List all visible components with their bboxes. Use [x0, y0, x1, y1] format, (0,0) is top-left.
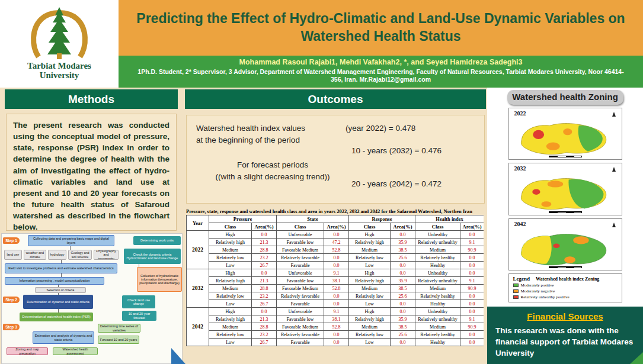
- outcomes-intro-line2: at the beginning of the period: [196, 136, 300, 144]
- table-header-row: Year Pressure State Response Health inde…: [187, 215, 484, 223]
- health-index-2042: 20 - years (2042) = 0.472: [351, 179, 442, 188]
- poster-header: Tarbiat Modares University Predicting th…: [0, 0, 643, 88]
- area-cell: 38.5: [391, 285, 415, 292]
- class-cell: Healthy: [415, 300, 460, 308]
- class-cell: Unhealthy: [415, 231, 460, 239]
- area-cell: 0.0: [460, 331, 484, 339]
- university-logo: Tarbiat Modares University: [0, 0, 119, 88]
- class-cell: Medium: [415, 323, 460, 331]
- area-cell: 0.0: [460, 231, 484, 239]
- area-cell: 21.3: [252, 277, 277, 285]
- area-cell: 9.1: [460, 239, 484, 246]
- class-cell: High: [209, 269, 252, 277]
- scale-bar: [549, 266, 582, 268]
- table-row: Medium28.8Favorable Medium52.8Medium38.5…: [187, 323, 484, 331]
- area-cell: 0.0: [324, 292, 349, 300]
- outcomes-forecast: For forecast periods ((with a slight dec…: [204, 159, 341, 183]
- area-cell: 0.0: [324, 339, 349, 346]
- legend-title: Legend: [513, 276, 530, 282]
- flowchart-box: Field visit to investigate problems and …: [5, 263, 117, 273]
- affiliation-line: 1Ph.D. Student, 2* Supervisor, 3 Advisor…: [135, 68, 627, 84]
- class-cell: Favorable low: [277, 277, 324, 285]
- zoning-column: Watershed health Zoning 2022 2032: [487, 88, 643, 364]
- area-subheader: Area(%): [460, 223, 484, 231]
- class-cell: Low: [209, 262, 252, 269]
- north-arrow-icon: [612, 112, 616, 117]
- class-cell: Relatively low: [349, 292, 391, 300]
- class-cell: Favorable Medium: [277, 285, 324, 292]
- class-cell: Low: [209, 339, 252, 346]
- results-table: Year Pressure State Response Health inde…: [186, 215, 484, 346]
- flowchart-box: Geology and soil science: [68, 250, 92, 260]
- area-cell: 28.8: [252, 323, 277, 331]
- area-cell: 0.0: [391, 308, 415, 315]
- methods-column: Methods The present research was conduct…: [0, 88, 183, 364]
- outcomes-panel: Watershed health index values at the beg…: [186, 115, 485, 204]
- scale-bar: [549, 211, 582, 213]
- class-cell: Healthy: [415, 262, 460, 269]
- class-subheader: Class: [277, 223, 324, 231]
- year-cell: 2022: [187, 231, 209, 269]
- methods-header: Methods: [5, 89, 178, 109]
- area-cell: 0.0: [324, 254, 349, 262]
- watershed-map-2032: [511, 173, 620, 214]
- area-cell: 0.0: [391, 269, 415, 277]
- flowchart-box: Zoning and map preparation: [7, 347, 48, 355]
- table-row: Relatively low23.2Relatively favorable0.…: [187, 292, 484, 300]
- area-cell: 21.3: [252, 315, 277, 323]
- class-cell: Favorable: [277, 300, 324, 308]
- area-cell: 38.1: [324, 315, 349, 323]
- class-cell: Medium: [349, 285, 391, 292]
- flowchart-box: Check the dynamic criteria HydroClimatic…: [124, 249, 181, 264]
- area-cell: 90.9: [460, 285, 484, 292]
- flowchart-box: weather and climate: [24, 250, 46, 260]
- class-cell: Relatively favorable: [277, 254, 324, 262]
- class-cell: Medium: [349, 323, 391, 331]
- flowchart-box: Step 2: [3, 297, 20, 303]
- class-cell: Unhealthy: [415, 308, 460, 315]
- header-right: Predicting the Effect of Hydro-Climatic …: [119, 0, 643, 88]
- legend-subtitle: Watershed health index Zoning: [536, 276, 599, 282]
- area-cell: 38.1: [324, 277, 349, 285]
- area-cell: 0.0: [460, 262, 484, 269]
- class-cell: Unfavorable: [277, 308, 324, 315]
- area-cell: 0.0: [460, 339, 484, 346]
- legend-item: Relatively unhealthy positive: [513, 295, 618, 299]
- north-arrow-icon: [612, 167, 616, 172]
- class-cell: Relatively high: [349, 239, 391, 246]
- health-index-2022: (year 2022) = 0.478: [346, 124, 415, 133]
- table-row: Medium28.8Favorable Medium52.8Medium38.5…: [187, 285, 484, 292]
- table-row: 2032High0.0Unfavorable9.1High0.0Unhealth…: [187, 269, 484, 277]
- table-subheader-row: Class Area(%) Class Area(%) Class Area(%…: [187, 223, 484, 231]
- table-row: Relatively high21.3Favorable low47.2Rela…: [187, 239, 484, 246]
- outcomes-header: Outcomes: [185, 89, 486, 109]
- class-cell: Relatively healthy: [415, 254, 460, 262]
- flowchart-box: Collecting data and preparing basic maps…: [28, 235, 114, 246]
- health-index-2032: 10 - years (2032) = 0.476: [351, 146, 442, 155]
- flowchart-box: Information processing , model conceptua…: [5, 277, 104, 285]
- poster-title: Predicting the Effect of Hydro-Climatic …: [134, 10, 628, 46]
- class-cell: Low: [349, 300, 391, 308]
- class-cell: Relatively healthy: [415, 292, 460, 300]
- area-cell: 0.0: [391, 231, 415, 239]
- area-cell: 35.9: [391, 277, 415, 285]
- flowchart-box: hydrology: [48, 250, 66, 260]
- area-cell: 0.0: [324, 331, 349, 339]
- class-subheader: Class: [415, 223, 460, 231]
- class-cell: Medium: [415, 285, 460, 292]
- year-col-header: Year: [187, 215, 209, 231]
- title-area: Predicting the Effect of Hydro-Climatic …: [119, 0, 643, 56]
- north-arrow-icon: [612, 223, 616, 227]
- area-cell: 9.1: [324, 269, 349, 277]
- class-cell: Relatively low: [209, 331, 252, 339]
- class-cell: Unhealthy: [415, 269, 460, 277]
- class-cell: Favorable low: [277, 239, 324, 246]
- outcomes-intro-line1: Watershed health index values: [196, 124, 305, 133]
- flowchart-box: land use: [4, 250, 22, 260]
- area-cell: 9.1: [324, 308, 349, 315]
- class-cell: Favorable: [277, 339, 324, 346]
- class-cell: Relatively low: [349, 254, 391, 262]
- flowchart-box: Estimation and analysis of dynamic and s…: [33, 331, 94, 344]
- table-row: Low26.7Favorable0.0Low0.0Healthy0.0: [187, 262, 484, 269]
- flowchart: Step 1Collecting data and preparing basi…: [1, 233, 183, 364]
